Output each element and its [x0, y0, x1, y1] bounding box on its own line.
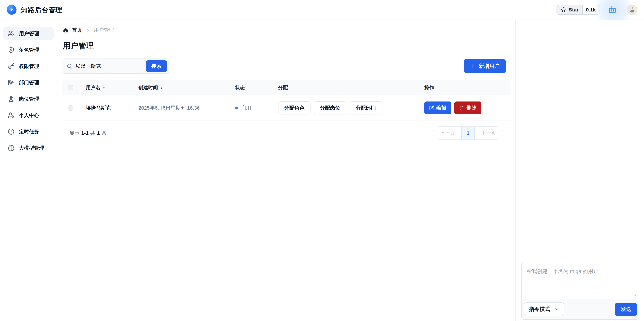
- top-bar-actions: Star 0.1k: [556, 4, 637, 16]
- chevron-right-icon: [86, 28, 90, 32]
- table-header-username[interactable]: 用户名: [86, 84, 138, 91]
- table-header-assign: 分配: [278, 84, 424, 91]
- add-user-label: 新增用户: [479, 62, 500, 70]
- summary-prefix: 显示: [70, 130, 80, 136]
- users-table: 用户名 创建时间 状态 分配 操作: [62, 80, 510, 121]
- sidebar-item-label: 部门管理: [19, 79, 39, 86]
- java-logo-icon: [628, 6, 636, 14]
- key-icon: [8, 63, 14, 70]
- assign-role-button[interactable]: 分配角色: [278, 101, 310, 114]
- breadcrumb-home-link[interactable]: 首页: [63, 27, 82, 34]
- row-checkbox[interactable]: [68, 105, 73, 110]
- chat-input[interactable]: [522, 263, 639, 299]
- star-count: 0.1k: [583, 5, 599, 14]
- sidebar-item-post-management[interactable]: 岗位管理: [3, 92, 54, 106]
- sidebar-item-user-management[interactable]: 用户管理: [3, 27, 54, 40]
- table-header-status: 状态: [235, 84, 278, 91]
- delete-button[interactable]: 删除: [454, 102, 481, 114]
- add-user-button[interactable]: 新增用户: [464, 59, 506, 73]
- sort-chevrons-icon: [102, 86, 105, 89]
- sidebar-item-label: 定时任务: [19, 128, 39, 135]
- cell-actions: 编辑 删除: [424, 102, 510, 114]
- pagination-summary: 显示 1-1 共 1 条: [70, 130, 106, 136]
- select-all-checkbox[interactable]: [68, 85, 73, 90]
- sidebar-item-label: 大模型管理: [19, 145, 44, 152]
- breadcrumb: 首页 用户管理: [63, 27, 510, 34]
- sidebar-item-label: 权限管理: [19, 63, 39, 70]
- user-gear-icon: [8, 112, 14, 119]
- breadcrumb-current: 用户管理: [94, 27, 114, 34]
- cell-created-at: 2025年6月6日星期五 16:36: [138, 104, 235, 112]
- edit-button[interactable]: 编辑: [424, 102, 451, 114]
- header-username-label: 用户名: [86, 84, 100, 91]
- mode-select[interactable]: 指令模式: [524, 302, 564, 316]
- edit-label: 编辑: [436, 104, 446, 112]
- sidebar: 用户管理 角色管理 权限管理 部门管理 岗位管理 个人中心 定时任务 大模型管: [0, 20, 57, 321]
- cell-assign: 分配角色 分配岗位 分配部门: [278, 101, 424, 114]
- assign-post-button[interactable]: 分配岗位: [314, 101, 346, 114]
- pagination-row: 显示 1-1 共 1 条 上一页 1 下一页: [62, 126, 510, 140]
- search-button[interactable]: 搜索: [146, 60, 167, 72]
- star-icon: [560, 7, 566, 13]
- cell-status: 启用: [235, 104, 278, 112]
- sidebar-item-permission-management[interactable]: 权限管理: [3, 60, 54, 73]
- chevron-down-icon: [554, 307, 559, 312]
- sort-chevrons-icon: [160, 86, 163, 89]
- edit-pencil-icon: [429, 105, 434, 110]
- trash-icon: [459, 105, 464, 110]
- chat-input-wrap: [522, 263, 639, 299]
- main-content: 首页 用户管理 用户管理 搜索 新增用户: [57, 20, 515, 321]
- shield-user-icon: [8, 46, 14, 53]
- sidebar-item-label: 角色管理: [19, 46, 39, 54]
- summary-range: 1-1: [81, 130, 88, 136]
- sidebar-item-label: 个人中心: [19, 112, 39, 119]
- prev-page-button[interactable]: 上一页: [433, 126, 461, 140]
- summary-total: 1: [97, 130, 100, 136]
- users-icon: [8, 30, 14, 37]
- brand: 知路后台管理: [7, 5, 62, 15]
- delete-label: 删除: [466, 104, 476, 112]
- clock-icon: [8, 128, 14, 135]
- cell-username: 埃隆马斯克: [86, 104, 138, 112]
- plus-icon: [470, 63, 476, 69]
- table-header-actions: 操作: [424, 84, 510, 91]
- app-title: 知路后台管理: [21, 5, 62, 14]
- pager: 上一页 1 下一页: [433, 126, 503, 140]
- app-logo-icon: [7, 5, 16, 15]
- next-page-button[interactable]: 下一页: [475, 126, 503, 140]
- sidebar-item-profile-center[interactable]: 个人中心: [3, 109, 54, 122]
- status-dot: [235, 106, 238, 110]
- top-bar: 知路后台管理 Star 0.1k: [0, 0, 644, 20]
- assign-department-button[interactable]: 分配部门: [350, 101, 382, 114]
- github-star-badge[interactable]: Star 0.1k: [556, 5, 600, 15]
- sidebar-item-label: 用户管理: [19, 30, 39, 37]
- search-input[interactable]: [72, 63, 146, 69]
- chat-bar: 指令模式 发送: [522, 299, 639, 319]
- department-icon: [8, 79, 14, 86]
- summary-total-label: 共: [90, 130, 95, 136]
- table-header-row: 用户名 创建时间 状态 分配 操作: [62, 80, 510, 95]
- search-box: 搜索: [62, 58, 169, 74]
- sidebar-item-llm-management[interactable]: 大模型管理: [3, 142, 54, 154]
- toolbar: 搜索 新增用户: [62, 58, 510, 74]
- search-icon: [66, 63, 72, 69]
- current-page-button[interactable]: 1: [461, 126, 475, 140]
- sidebar-item-scheduled-tasks[interactable]: 定时任务: [3, 125, 54, 138]
- user-avatar[interactable]: [627, 4, 637, 15]
- page-title: 用户管理: [63, 41, 510, 51]
- status-label: 启用: [241, 104, 251, 112]
- star-label: Star: [569, 7, 578, 13]
- sidebar-item-label: 岗位管理: [19, 96, 39, 102]
- table-row: 埃隆马斯克 2025年6月6日星期五 16:36 启用 分配角色 分配岗位 分配…: [62, 95, 510, 121]
- header-created-label: 创建时间: [138, 84, 158, 91]
- sidebar-item-role-management[interactable]: 角色管理: [3, 43, 54, 56]
- mode-select-label: 指令模式: [529, 306, 550, 313]
- send-button[interactable]: 发送: [615, 302, 637, 316]
- assistant-robot-button[interactable]: [607, 4, 620, 16]
- table-header-created-at[interactable]: 创建时间: [138, 84, 235, 91]
- brain-icon: [8, 145, 14, 152]
- robot-icon: [607, 4, 618, 15]
- assistant-panel: 指令模式 发送: [515, 20, 644, 321]
- graduate-icon: [8, 96, 14, 102]
- sidebar-item-department-management[interactable]: 部门管理: [3, 76, 54, 89]
